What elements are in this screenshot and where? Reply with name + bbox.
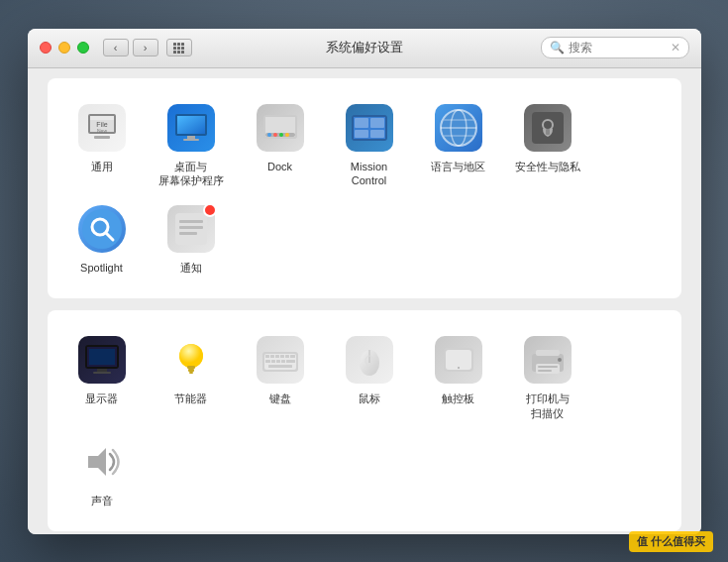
desktop-icon — [165, 102, 217, 154]
keyboard-icon — [255, 334, 306, 386]
svg-rect-42 — [89, 349, 115, 365]
svg-rect-9 — [187, 136, 195, 139]
svg-point-76 — [558, 358, 562, 362]
mouse-item[interactable]: 鼠标 — [325, 326, 414, 428]
notifications-label: 通知 — [180, 261, 202, 275]
svg-rect-62 — [286, 360, 295, 363]
svg-rect-10 — [183, 139, 199, 141]
svg-rect-2 — [90, 116, 114, 120]
dock-item[interactable]: Dock — [236, 94, 325, 196]
search-icon: 🔍 — [550, 41, 565, 55]
printers-item[interactable]: 打印机与扫描仪 — [503, 326, 592, 428]
printers-label: 打印机与扫描仪 — [526, 392, 570, 420]
traffic-lights — [40, 42, 89, 54]
dock-label: Dock — [267, 160, 292, 173]
sound-icon — [76, 436, 128, 488]
notifications-icon — [165, 203, 217, 255]
system-preferences-window: ‹ › 系统偏好设置 🔍 ✕ — [28, 29, 701, 534]
svg-rect-52 — [265, 355, 269, 358]
svg-rect-73 — [536, 364, 560, 374]
forward-button[interactable]: › — [133, 39, 158, 56]
notification-badge — [203, 203, 217, 217]
language-item[interactable]: 语言与地区 — [414, 94, 503, 196]
sound-item[interactable]: 声音 — [57, 428, 147, 515]
svg-point-14 — [267, 133, 271, 137]
svg-rect-75 — [538, 370, 552, 372]
grid-view-button[interactable] — [166, 39, 192, 56]
svg-rect-8 — [177, 116, 205, 134]
sound-label: 声音 — [91, 494, 113, 507]
svg-rect-21 — [370, 118, 384, 128]
security-icon — [522, 102, 573, 154]
svg-rect-57 — [290, 355, 295, 358]
svg-rect-20 — [355, 118, 368, 128]
energy-item[interactable]: 节能器 — [147, 326, 236, 428]
general-icon: File New — [76, 102, 128, 154]
window-title: 系统偏好设置 — [326, 39, 403, 56]
svg-rect-53 — [270, 355, 274, 358]
svg-rect-72 — [536, 350, 560, 356]
personal-section: File New 通用 — [48, 78, 681, 299]
svg-rect-63 — [268, 365, 292, 368]
displays-item[interactable]: 显示器 — [57, 326, 147, 428]
spotlight-item[interactable]: Spotlight — [57, 195, 147, 282]
watermark: 值 什么值得买 — [629, 531, 713, 552]
grid-dots-icon — [173, 43, 184, 54]
notifications-item[interactable]: 通知 — [147, 195, 236, 282]
mission-icon — [344, 102, 395, 154]
svg-point-46 — [179, 344, 203, 368]
spotlight-label: Spotlight — [80, 261, 123, 275]
mission-item[interactable]: MissionControl — [325, 94, 414, 196]
keyboard-item[interactable]: 键盘 — [236, 326, 325, 428]
mission-label: MissionControl — [351, 160, 387, 188]
displays-icon — [76, 334, 128, 386]
trackpad-label: 触控板 — [442, 392, 474, 405]
mouse-icon — [344, 334, 395, 386]
desktop-item[interactable]: 桌面与屏幕保护程序 — [147, 94, 236, 196]
titlebar: ‹ › 系统偏好设置 🔍 ✕ — [28, 29, 701, 68]
svg-rect-22 — [355, 130, 368, 138]
content-area: File New 通用 — [28, 68, 701, 534]
energy-label: 节能器 — [174, 392, 207, 405]
svg-rect-23 — [370, 130, 384, 138]
svg-point-33 — [82, 209, 122, 249]
hardware-section: 显示器 — [48, 310, 681, 531]
nav-buttons: ‹ › — [103, 39, 192, 56]
language-icon — [433, 102, 484, 154]
svg-rect-61 — [281, 360, 285, 363]
svg-rect-58 — [265, 360, 270, 363]
svg-marker-77 — [88, 448, 106, 476]
security-label: 安全性与隐私 — [515, 160, 580, 173]
svg-rect-56 — [285, 355, 289, 358]
svg-rect-55 — [280, 355, 284, 358]
svg-rect-48 — [188, 369, 194, 372]
watermark-text: 值 什么值得买 — [637, 535, 705, 547]
svg-rect-74 — [538, 366, 558, 368]
maximize-button[interactable] — [77, 42, 89, 54]
search-clear-icon[interactable]: ✕ — [671, 41, 680, 55]
svg-rect-47 — [187, 366, 195, 369]
desktop-label: 桌面与屏幕保护程序 — [158, 160, 224, 188]
keyboard-label: 键盘 — [269, 392, 291, 405]
svg-point-17 — [285, 133, 289, 137]
trackpad-item[interactable]: 触控板 — [414, 326, 503, 428]
general-item[interactable]: File New 通用 — [57, 94, 147, 196]
close-button[interactable] — [40, 42, 52, 54]
minimize-button[interactable] — [58, 42, 70, 54]
security-item[interactable]: 安全性与隐私 — [503, 94, 592, 196]
trackpad-icon — [433, 334, 484, 386]
svg-rect-59 — [271, 360, 275, 363]
energy-icon — [165, 334, 217, 386]
displays-label: 显示器 — [85, 392, 118, 405]
search-box[interactable]: 🔍 ✕ — [541, 37, 689, 58]
svg-rect-44 — [93, 372, 111, 374]
svg-rect-49 — [189, 372, 193, 374]
dock-icon — [255, 102, 306, 154]
spotlight-icon — [76, 203, 128, 255]
svg-rect-39 — [179, 232, 197, 235]
mouse-label: 鼠标 — [359, 392, 380, 405]
search-input[interactable] — [569, 41, 671, 55]
back-button[interactable]: ‹ — [103, 39, 129, 56]
language-label: 语言与地区 — [431, 160, 485, 173]
svg-rect-54 — [275, 355, 279, 358]
